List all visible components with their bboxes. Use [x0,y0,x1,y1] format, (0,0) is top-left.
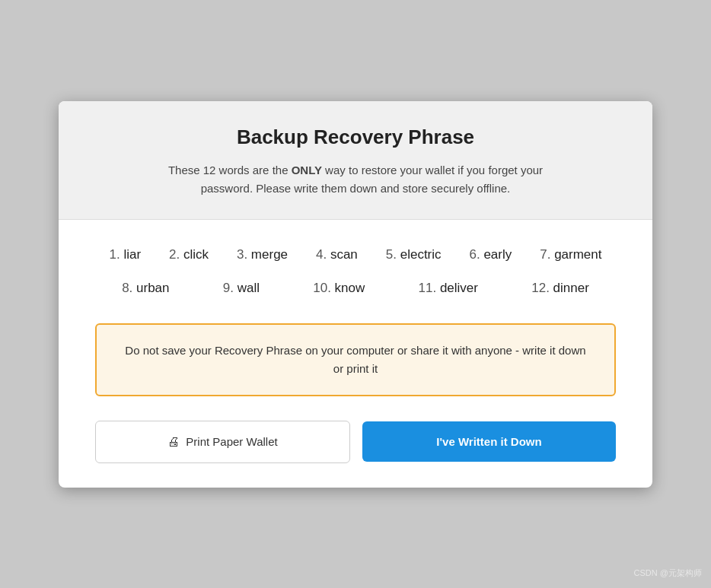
print-paper-wallet-button[interactable]: 🖨 Print Paper Wallet [95,421,350,463]
backup-recovery-modal: Backup Recovery Phrase These 12 words ar… [59,101,652,488]
word-number: 5. [386,247,397,262]
word-item: 7. garment [540,247,601,262]
word-item: 11. deliver [419,281,478,296]
words-row-2: 8. urban9. wall10. know11. deliver12. di… [95,281,616,296]
subtitle-emphasis: ONLY [292,164,322,176]
word-item: 12. dinner [531,281,589,296]
word-number: 3. [237,247,247,262]
word-number: 12. [531,281,550,295]
printer-icon: 🖨 [167,435,180,449]
word-number: 10. [313,281,331,295]
modal-body: 1. liar2. click3. merge4. scan5. electri… [59,220,652,488]
word-item: 3. merge [237,247,288,262]
modal-actions: 🖨 Print Paper Wallet I've Written it Dow… [95,421,616,463]
modal-title: Backup Recovery Phrase [95,126,616,149]
watermark: CSDN @元架构师 [634,567,702,579]
word-item: 5. electric [386,247,442,262]
modal-subtitle: These 12 words are the ONLY way to resto… [142,161,569,198]
written-it-down-button[interactable]: I've Written it Down [362,421,616,462]
word-number: 8. [122,281,132,295]
word-item: 9. wall [223,281,260,296]
warning-box: Do not save your Recovery Phrase on your… [95,323,616,396]
word-number: 6. [470,247,480,262]
word-number: 7. [540,247,550,262]
word-item: 10. know [313,281,365,296]
word-number: 9. [223,281,234,295]
word-item: 1. liar [109,247,141,262]
print-button-label: Print Paper Wallet [186,435,277,448]
word-item: 6. early [470,247,512,262]
word-number: 2. [169,247,180,262]
confirm-button-label: I've Written it Down [436,435,541,448]
word-item: 2. click [169,247,209,262]
word-item: 4. scan [316,247,358,262]
words-row-1: 1. liar2. click3. merge4. scan5. electri… [95,247,616,262]
warning-text: Do not save your Recovery Phrase on your… [121,342,590,378]
word-number: 11. [419,281,437,295]
word-number: 1. [109,247,120,262]
word-number: 4. [316,247,327,262]
word-item: 8. urban [122,281,169,296]
subtitle-text-before: These 12 words are the [168,164,292,176]
modal-header: Backup Recovery Phrase These 12 words ar… [59,101,652,220]
